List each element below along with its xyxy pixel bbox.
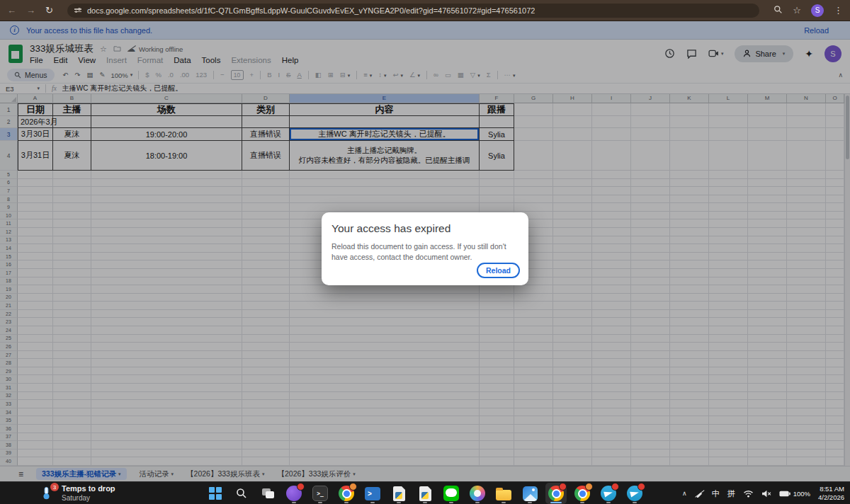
search-icon[interactable] xyxy=(231,483,252,504)
browser-titlebar: ← → ↻ docs.google.com/spreadsheets/d/1fC… xyxy=(0,0,850,21)
weather-alert-badge: 3 xyxy=(50,483,59,491)
search-tabs-icon[interactable] xyxy=(774,5,783,16)
weather-headline: Temps to drop xyxy=(62,484,115,494)
tray-chevron-icon[interactable]: ∧ xyxy=(682,490,687,497)
notification-badge xyxy=(349,483,357,491)
photos-icon[interactable] xyxy=(519,483,540,504)
address-bar[interactable]: docs.google.com/spreadsheets/d/1fC-Q7LGm… xyxy=(67,4,759,18)
weather-widget[interactable]: 3 Temps to drop Saturday xyxy=(39,484,115,503)
file-explorer-icon[interactable] xyxy=(493,483,514,504)
sheets-page: i Your access to this file has changed. … xyxy=(0,21,850,481)
pen-disabled-icon[interactable] xyxy=(695,489,704,498)
notification-badge xyxy=(297,483,305,491)
weather-subline: Saturday xyxy=(62,494,115,503)
ime-pinyin-icon[interactable]: 拼 xyxy=(727,488,735,499)
taskbar-apps: >_> xyxy=(205,483,645,504)
dialog-reload-button[interactable]: Reload xyxy=(477,263,520,278)
url-text: docs.google.com/spreadsheets/d/1fC-Q7LGm… xyxy=(87,6,536,15)
browser-profile-avatar[interactable]: S xyxy=(811,4,824,17)
notification-badge xyxy=(559,483,567,491)
chrome-icon[interactable] xyxy=(336,483,357,504)
notification-badge xyxy=(611,483,619,491)
bookmark-star-icon[interactable]: ☆ xyxy=(793,6,801,15)
app-purple-icon[interactable] xyxy=(283,483,305,504)
reload-icon[interactable]: ↻ xyxy=(45,6,53,15)
task-view-icon[interactable] xyxy=(257,483,278,504)
chrome-icon[interactable] xyxy=(572,483,593,504)
terminal-icon[interactable]: >_ xyxy=(310,483,331,504)
python-file-icon[interactable] xyxy=(388,483,409,504)
system-tray: ∧ 中 拼 100% 8:51 AM 4/2/2026 xyxy=(682,482,844,504)
notification-badge xyxy=(638,483,645,491)
windows-taskbar: 3 Temps to drop Saturday >_> ∧ 中 拼 100% … xyxy=(0,481,850,504)
wifi-icon[interactable] xyxy=(743,490,754,498)
taskbar-clock[interactable]: 8:51 AM 4/2/2026 xyxy=(818,485,844,502)
back-icon[interactable]: ← xyxy=(7,6,16,15)
site-info-icon[interactable] xyxy=(74,8,81,12)
clock-date: 4/2/2026 xyxy=(818,493,844,502)
ime-language-icon[interactable]: 中 xyxy=(712,488,720,499)
volume-muted-icon[interactable] xyxy=(761,490,771,498)
forward-icon[interactable]: → xyxy=(26,6,35,15)
line-icon[interactable] xyxy=(441,483,462,504)
battery-icon xyxy=(779,491,790,497)
copilot-icon[interactable] xyxy=(467,483,488,504)
telegram-icon[interactable] xyxy=(598,483,619,504)
dialog-title: Your access has expired xyxy=(332,222,518,235)
start-icon[interactable] xyxy=(205,483,226,504)
battery-indicator[interactable]: 100% xyxy=(779,490,810,498)
powershell-icon[interactable]: > xyxy=(362,483,383,504)
chrome-icon[interactable] xyxy=(545,483,567,504)
telegram-icon[interactable] xyxy=(624,483,645,504)
clock-time: 8:51 AM xyxy=(818,485,844,493)
notification-badge xyxy=(585,483,593,491)
browser-menu-icon[interactable]: ⋮ xyxy=(834,6,843,15)
python-file-icon[interactable] xyxy=(414,483,436,504)
dialog-body: Reload this document to gain access. If … xyxy=(332,241,518,263)
access-expired-dialog: Your access has expired Reload this docu… xyxy=(322,212,528,285)
